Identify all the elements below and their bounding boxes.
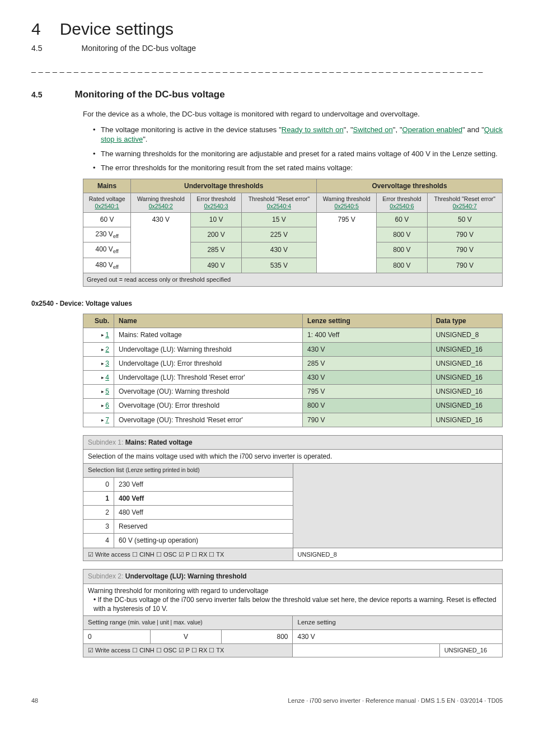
threshold-note: Greyed out = read access only or thresho… [83, 273, 503, 287]
triangle-icon: ▸ [101, 361, 104, 366]
link-0x2540-4[interactable]: 0x2540:4 [267, 203, 291, 209]
th-over: Overvoltage thresholds [317, 179, 503, 193]
subindex-1-table: Subindex 1: Mains: Rated voltage Selecti… [83, 435, 503, 562]
parameter-heading: 0x2540 - Device: Voltage values [31, 299, 503, 308]
table-row: ▸1Mains: Rated voltage1: 400 VeffUNSIGNE… [83, 328, 503, 342]
parameters-table: Sub. Name Lenze setting Data type ▸1Main… [83, 314, 503, 427]
intro-paragraph: For the device as a whole, the DC-bus vo… [83, 109, 503, 119]
triangle-icon: ▸ [101, 403, 104, 408]
triangle-icon: ▸ [101, 347, 104, 352]
chapter-number: 4 [31, 18, 41, 41]
link-0x2540-6[interactable]: 0x2540:6 [390, 203, 414, 209]
link-0x2540-1[interactable]: 0x2540:1 [95, 203, 119, 209]
footer-meta: Lenze · i700 servo inverter · Reference … [288, 697, 503, 705]
triangle-icon: ▸ [101, 389, 104, 394]
bullet-1: The voltage monitoring is active in the … [93, 125, 503, 144]
table-row: ▸7Overvoltage (OU): Threshold 'Reset err… [83, 413, 503, 427]
access-flags: ☑ Write access ☐ CINH ☐ OSC ☑ P ☐ RX ☐ T… [83, 643, 293, 657]
divider-dashes: _ _ _ _ _ _ _ _ _ _ _ _ _ _ _ _ _ _ _ _ … [31, 63, 503, 74]
table-row: 0 V 800 430 V [83, 629, 503, 643]
bullet-3: The error thresholds for the monitoring … [93, 163, 503, 173]
section-title: Monitoring of the DC-bus voltage [74, 88, 224, 101]
triangle-icon: ▸ [101, 375, 104, 380]
thresholds-table: Mains Undervoltage thresholds Overvoltag… [83, 179, 503, 287]
table-row: ▸3Undervoltage (LU): Error threshold285 … [83, 356, 503, 370]
access-flags: ☑ Write access ☐ CINH ☐ OSC ☑ P ☐ RX ☐ T… [83, 548, 293, 561]
link-operation-enabled[interactable]: Operation enabled [402, 125, 462, 134]
link-0x2540-3[interactable]: 0x2540:3 [204, 203, 228, 209]
th-under: Undervoltage thresholds [131, 179, 317, 193]
chapter-title: Device settings [60, 18, 174, 41]
section-title-top: Monitoring of the DC-bus voltage [81, 43, 196, 54]
link-0x2540-7[interactable]: 0x2540:7 [453, 203, 477, 209]
link-0x2540-5[interactable]: 0x2540:5 [335, 203, 359, 209]
section-number-top: 4.5 [31, 43, 42, 54]
triangle-icon: ▸ [101, 417, 104, 423]
section-number: 4.5 [31, 90, 42, 100]
triangle-icon: ▸ [101, 332, 104, 338]
table-row: ▸6Overvoltage (OU): Error threshold800 V… [83, 399, 503, 413]
bullet-2: The warning thresholds for the monitorin… [93, 149, 503, 159]
table-row: 60 V 430 V 10 V 15 V 795 V 60 V 50 V [83, 213, 503, 227]
table-row: ▸2Undervoltage (LU): Warning threshold43… [83, 342, 503, 356]
th-mains: Mains [83, 179, 131, 193]
page-number: 48 [31, 697, 38, 705]
link-0x2540-2[interactable]: 0x2540:2 [149, 203, 173, 209]
subindex-2-table: Subindex 2: Undervoltage (LU): Warning t… [83, 569, 503, 657]
table-row: ▸5Overvoltage (OU): Warning threshold795… [83, 385, 503, 399]
link-switched-on[interactable]: Switched on [353, 125, 393, 134]
table-row: ▸4Undervoltage (LU): Threshold 'Reset er… [83, 370, 503, 384]
link-ready[interactable]: Ready to switch on [282, 125, 344, 134]
